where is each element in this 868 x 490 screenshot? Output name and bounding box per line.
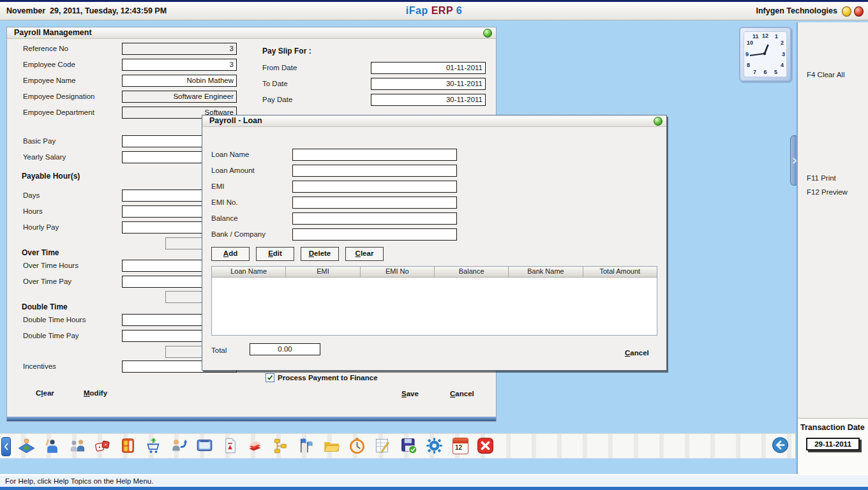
status-text: For Help, click Help Topics on the Help … — [5, 477, 153, 485]
attendance-icon[interactable] — [43, 437, 61, 454]
total-label: Total — [211, 346, 227, 354]
check-icon — [267, 375, 273, 381]
process-payment-row: Process Payment to Finance — [266, 373, 378, 382]
chevron-left-icon — [3, 442, 9, 451]
modify-button[interactable]: Modify — [84, 389, 107, 397]
loan-dialog-orb-icon[interactable] — [654, 117, 662, 126]
timer-icon[interactable] — [348, 437, 366, 454]
bank-company-label: Bank / Company — [211, 230, 266, 238]
employee-name-field[interactable]: Nobin Mathew — [122, 75, 237, 87]
company-name: Infygen Technologies — [756, 6, 837, 15]
employees-icon[interactable] — [69, 437, 86, 454]
desktop: November 29, 2011, Tuesday, 12:43:59 PM … — [0, 0, 868, 490]
exit-icon[interactable] — [477, 437, 494, 454]
f4-clear-all-shortcut[interactable]: F4 Clear All — [807, 71, 844, 78]
reference-no-label: Reference No — [23, 45, 68, 52]
cabinet-icon[interactable] — [119, 437, 137, 454]
emi-no-input[interactable] — [292, 197, 457, 209]
window-title: Payroll Management — [14, 28, 92, 37]
employee-designation-label: Empoyee Designation — [23, 93, 95, 100]
to-date-label: To Date — [262, 80, 288, 87]
doubletime-heading: Double Time — [22, 302, 68, 311]
loan-amount-label: Loan Amount — [211, 167, 255, 174]
right-shortcut-panel: F4 Clear All F11 Print F12 Preview Trans… — [797, 22, 868, 475]
payroll-loan-dialog: Payroll - Loan Loan Name Loan Amount EMI… — [202, 115, 667, 371]
report-icon[interactable] — [221, 437, 239, 454]
overtime-hours-label: Over Time Hours — [23, 262, 79, 269]
clear-loan-button[interactable]: Clear — [345, 247, 384, 261]
payroll-window-titlebar: Payroll Management — [7, 27, 496, 39]
save-button[interactable]: Save — [401, 390, 419, 397]
add-button[interactable]: Add — [211, 247, 250, 261]
doubletime-hours-label: Double Time Hours — [23, 316, 86, 323]
wall-clock: 12 1 2 3 4 5 6 7 8 9 10 11 — [739, 27, 791, 82]
settings-gear-icon[interactable] — [426, 437, 443, 454]
bank-company-input[interactable] — [292, 228, 457, 241]
hourly-pay-label: Hourly Pay — [23, 223, 59, 231]
clock-face: 12 1 2 3 4 5 6 7 8 9 10 11 — [744, 31, 787, 77]
balance-label: Balance — [211, 214, 238, 222]
user-transfer-icon[interactable] — [170, 437, 188, 454]
loan-dialog-title: Payroll - Loan — [209, 116, 262, 125]
overtime-heading: Over Time — [22, 248, 59, 257]
days-label: Days — [23, 191, 40, 199]
transaction-date-section: Transaction Date 29-11-2011 — [798, 418, 868, 476]
app-title-erp: ERP — [431, 5, 453, 16]
app-title: iFap ERP 6 — [406, 5, 462, 17]
purchase-cart-icon[interactable] — [145, 437, 162, 454]
clear-button[interactable]: Clear — [36, 389, 54, 397]
delete-button[interactable]: Delete — [301, 247, 339, 261]
window-minimize-orb-icon[interactable] — [483, 29, 492, 38]
employee-designation-field: Software Engineer — [122, 91, 237, 103]
transaction-date-value[interactable]: 29-11-2011 — [806, 438, 860, 450]
back-button[interactable] — [772, 436, 789, 454]
col-balance: Balance — [435, 267, 509, 277]
total-field[interactable]: 0.00 — [250, 343, 320, 355]
payroll-icon[interactable] — [18, 437, 35, 454]
to-date-field[interactable]: 30-11-2011 — [371, 78, 486, 90]
process-payment-checkbox[interactable] — [266, 373, 274, 382]
edit-button[interactable]: Edit — [256, 247, 294, 261]
f12-preview-shortcut[interactable]: F12 Preview — [807, 188, 848, 196]
app-title-ifap: iFap — [406, 5, 428, 16]
col-emi-no: EMI No — [361, 267, 435, 277]
f11-print-shortcut[interactable]: F11 Print — [807, 174, 836, 182]
loan-name-input[interactable] — [292, 149, 457, 161]
calendar-header — [453, 438, 468, 443]
ledger-icon[interactable] — [246, 437, 264, 454]
clock-hands-icon — [744, 32, 785, 75]
flags-icon[interactable] — [297, 437, 315, 454]
worksheet-icon[interactable] — [374, 437, 391, 454]
board-icon[interactable] — [196, 437, 213, 454]
loan-amount-input[interactable] — [292, 165, 457, 177]
loan-grid-header: Loan Name EMI EMI No Balance Bank Name T… — [212, 267, 657, 278]
dice-icon[interactable] — [94, 437, 111, 454]
balance-input[interactable] — [292, 212, 457, 225]
emi-label: EMI — [211, 182, 224, 190]
bottom-blue-strip — [0, 487, 868, 490]
loan-cancel-button[interactable]: Cancel — [625, 349, 649, 357]
process-payment-label: Process Payment to Finance — [278, 374, 378, 382]
from-date-label: From Date — [262, 64, 297, 71]
minimize-button[interactable] — [842, 6, 851, 17]
payslip-heading: Pay Slip For : — [262, 47, 311, 56]
employee-code-field[interactable]: 3 — [122, 59, 237, 71]
from-date-field[interactable]: 01-11-2011 — [371, 62, 486, 74]
col-bank-name: Bank Name — [509, 267, 583, 277]
emi-no-label: EMI No. — [211, 198, 238, 206]
save-icon[interactable] — [400, 437, 417, 454]
org-tree-icon[interactable] — [273, 437, 290, 454]
folder-icon[interactable] — [323, 437, 340, 454]
close-app-button[interactable] — [854, 6, 864, 17]
pay-date-label: Pay Date — [262, 96, 292, 103]
employee-code-label: Employee Code — [23, 61, 75, 68]
toolbar-collapse-button[interactable] — [1, 437, 11, 456]
calendar-icon[interactable]: 12 — [452, 437, 469, 454]
cancel-button[interactable]: Cancel — [450, 390, 474, 397]
reference-no-field: 3 — [122, 43, 237, 55]
pay-date-field[interactable]: 30-11-2011 — [371, 94, 486, 106]
yearly-salary-label: Yearly Salary — [23, 153, 66, 161]
emi-input[interactable] — [292, 181, 457, 193]
payable-hours-heading: Payable Hour(s) — [22, 172, 80, 181]
basic-pay-label: Basic Pay — [23, 137, 56, 145]
